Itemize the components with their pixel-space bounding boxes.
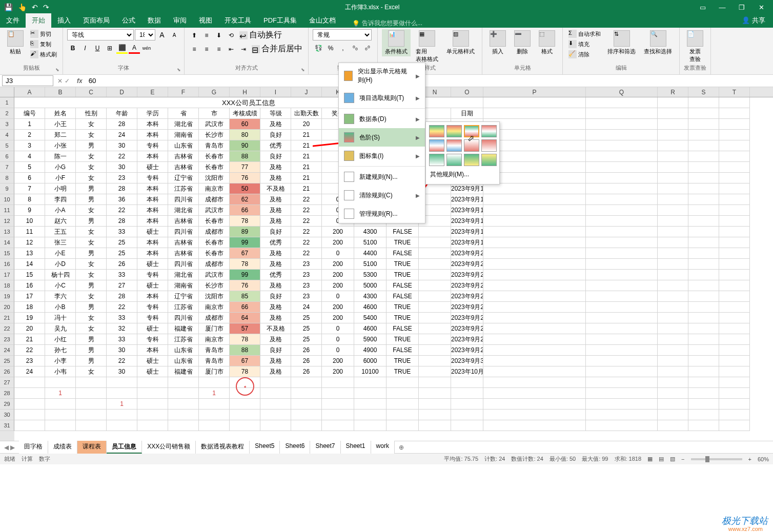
cell[interactable] bbox=[658, 334, 688, 345]
cell[interactable]: 21 bbox=[291, 130, 322, 140]
header-cell[interactable]: 等级 bbox=[260, 108, 291, 119]
column-header[interactable]: H bbox=[230, 87, 260, 97]
font-name-select[interactable]: 等线 bbox=[67, 29, 134, 40]
cell[interactable]: 76 bbox=[230, 280, 260, 291]
cell[interactable]: 良好 bbox=[260, 291, 291, 302]
cell[interactable]: 硕士 bbox=[137, 366, 168, 377]
cell[interactable] bbox=[483, 345, 586, 356]
tab-file[interactable]: 文件 bbox=[0, 13, 26, 28]
cell[interactable] bbox=[688, 205, 719, 216]
column-header[interactable]: T bbox=[719, 87, 750, 97]
cell[interactable]: 本科 bbox=[137, 151, 168, 162]
cell[interactable] bbox=[586, 194, 658, 205]
cell[interactable]: 67 bbox=[230, 248, 260, 259]
cell[interactable]: 22 bbox=[107, 356, 137, 366]
cell[interactable]: 湖南省 bbox=[168, 130, 199, 140]
colorscale-option-2[interactable] bbox=[446, 125, 462, 137]
cell[interactable] bbox=[291, 410, 322, 420]
cell[interactable]: 25 bbox=[107, 237, 137, 248]
cell[interactable] bbox=[719, 227, 750, 237]
cell[interactable]: 男 bbox=[76, 356, 107, 366]
cell[interactable]: 33 bbox=[107, 313, 137, 323]
cell[interactable]: 200 bbox=[322, 270, 354, 280]
cell[interactable] bbox=[419, 259, 451, 270]
cell[interactable]: 湖北省 bbox=[168, 270, 199, 280]
row-header[interactable]: 7 bbox=[0, 162, 14, 173]
cell[interactable]: 4400 bbox=[354, 248, 386, 259]
cell[interactable]: 0 bbox=[322, 291, 354, 302]
cell[interactable]: 及格 bbox=[260, 173, 291, 183]
cell[interactable] bbox=[688, 323, 719, 334]
cell[interactable]: 88 bbox=[230, 151, 260, 162]
cell[interactable]: 23 bbox=[107, 173, 137, 183]
cell[interactable] bbox=[586, 399, 658, 410]
cell[interactable] bbox=[688, 97, 719, 108]
colorscale-option-1[interactable] bbox=[429, 125, 444, 137]
cell[interactable] bbox=[322, 410, 354, 420]
ribbon-options-icon[interactable]: ▭ bbox=[695, 4, 710, 11]
italic-button[interactable]: I bbox=[79, 43, 91, 54]
align-bottom-button[interactable]: ⬇ bbox=[213, 30, 225, 41]
cell[interactable] bbox=[419, 356, 451, 366]
cell[interactable] bbox=[658, 259, 688, 270]
cell[interactable] bbox=[586, 140, 658, 151]
cell[interactable]: 20 bbox=[291, 119, 322, 130]
cell[interactable]: 2023年9月29日 bbox=[451, 345, 483, 356]
cell[interactable]: 36 bbox=[107, 194, 137, 205]
cell[interactable]: 22 bbox=[291, 216, 322, 227]
cell[interactable]: 25 bbox=[291, 334, 322, 345]
sheet-nav-buttons[interactable]: ◀ ▶ bbox=[0, 444, 19, 451]
cell[interactable] bbox=[688, 399, 719, 410]
cell[interactable] bbox=[719, 162, 750, 173]
header-cell[interactable]: 姓名 bbox=[45, 108, 76, 119]
cell[interactable]: 33 bbox=[107, 270, 137, 280]
cell[interactable]: 21 bbox=[291, 162, 322, 173]
header-cell[interactable]: 性别 bbox=[76, 108, 107, 119]
cell[interactable]: 90 bbox=[230, 140, 260, 151]
cell[interactable]: 不及格 bbox=[260, 183, 291, 194]
cell[interactable]: 男 bbox=[76, 302, 107, 313]
cell[interactable]: 2023年9月16日 bbox=[451, 205, 483, 216]
cell[interactable]: 武汉市 bbox=[199, 119, 230, 130]
cf-clear-rules[interactable]: 清除规则(C)▶ bbox=[339, 186, 425, 204]
cell[interactable] bbox=[386, 388, 419, 399]
header-cell[interactable]: 考核成绩 bbox=[230, 108, 260, 119]
cell[interactable] bbox=[688, 366, 719, 377]
wrap-text-button[interactable]: ↩自动换行 bbox=[238, 29, 283, 41]
cell[interactable]: 南京市 bbox=[199, 183, 230, 194]
cell[interactable]: 本科 bbox=[137, 205, 168, 216]
cell[interactable] bbox=[137, 420, 168, 431]
cell[interactable] bbox=[483, 302, 586, 313]
cell[interactable] bbox=[586, 205, 658, 216]
cell[interactable]: 男 bbox=[76, 194, 107, 205]
cell[interactable]: 21 bbox=[291, 140, 322, 151]
cell[interactable] bbox=[45, 399, 76, 410]
cell[interactable] bbox=[688, 151, 719, 162]
cell[interactable] bbox=[719, 216, 750, 227]
cell[interactable] bbox=[137, 388, 168, 399]
cell[interactable]: FALSE bbox=[386, 291, 419, 302]
cell[interactable]: 南京市 bbox=[199, 334, 230, 345]
cell[interactable]: 25 bbox=[107, 248, 137, 259]
cell[interactable]: 30 bbox=[107, 162, 137, 173]
header-cell[interactable] bbox=[658, 108, 688, 119]
row-header[interactable]: 2 bbox=[0, 108, 14, 119]
cell[interactable] bbox=[719, 313, 750, 323]
cell[interactable] bbox=[230, 399, 260, 410]
cell[interactable]: FALSE bbox=[386, 280, 419, 291]
cell[interactable]: 良好 bbox=[260, 227, 291, 237]
maximize-button[interactable]: ❐ bbox=[734, 4, 749, 11]
cell[interactable] bbox=[719, 302, 750, 313]
header-cell[interactable]: 编号 bbox=[14, 108, 45, 119]
cell[interactable]: 78 bbox=[230, 334, 260, 345]
cell[interactable]: 200 bbox=[322, 302, 354, 313]
align-left-button[interactable]: ≡ bbox=[189, 44, 200, 55]
cell[interactable] bbox=[658, 388, 688, 399]
cell[interactable] bbox=[386, 377, 419, 388]
cell[interactable]: 4600 bbox=[354, 302, 386, 313]
cell[interactable]: 本科 bbox=[137, 291, 168, 302]
cell[interactable] bbox=[719, 119, 750, 130]
cell[interactable]: 0 bbox=[322, 248, 354, 259]
cf-manage-rules[interactable]: 管理规则(R)... bbox=[339, 204, 425, 223]
cell[interactable]: 李六 bbox=[45, 291, 76, 302]
